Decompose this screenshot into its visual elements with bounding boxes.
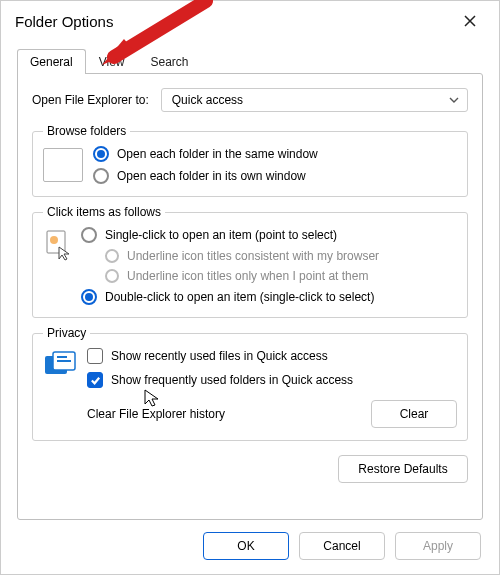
group-click-legend: Click items as follows: [43, 205, 165, 219]
restore-defaults-label: Restore Defaults: [358, 462, 447, 476]
tab-search-label: Search: [151, 55, 189, 69]
chevron-down-icon: [449, 95, 459, 105]
clear-button[interactable]: Clear: [371, 400, 457, 428]
cancel-button[interactable]: Cancel: [299, 532, 385, 560]
ok-button[interactable]: OK: [203, 532, 289, 560]
radio-own-window-label: Open each folder in its own window: [117, 169, 306, 183]
svg-point-2: [50, 236, 58, 244]
radio-double-click-label: Double-click to open an item (single-cli…: [105, 290, 374, 304]
apply-button: Apply: [395, 532, 481, 560]
radio-icon: [81, 289, 97, 305]
radio-double-click[interactable]: Double-click to open an item (single-cli…: [81, 289, 379, 305]
tab-view[interactable]: View: [86, 49, 138, 74]
click-item-icon: [43, 229, 71, 261]
group-browse-legend: Browse folders: [43, 124, 130, 138]
group-click-items: Click items as follows Single-click to o…: [32, 205, 468, 318]
check-recent-files-label: Show recently used files in Quick access: [111, 349, 328, 363]
folder-options-dialog: Folder Options General View Search Open …: [0, 0, 500, 575]
window-title: Folder Options: [15, 13, 113, 30]
open-explorer-dropdown[interactable]: Quick access: [161, 88, 468, 112]
browse-folder-icon: [43, 148, 83, 182]
radio-single-click[interactable]: Single-click to open an item (point to s…: [81, 227, 379, 243]
radio-underline-point: Underline icon titles only when I point …: [105, 269, 379, 283]
group-privacy: Privacy Show recently used fil: [32, 326, 468, 441]
group-browse-folders: Browse folders Open each folder in the s…: [32, 124, 468, 197]
checkbox-icon: [87, 348, 103, 364]
radio-same-window[interactable]: Open each folder in the same window: [93, 146, 318, 162]
dialog-footer: OK Cancel Apply: [1, 520, 499, 574]
tab-search[interactable]: Search: [138, 49, 202, 74]
open-explorer-label: Open File Explorer to:: [32, 93, 149, 107]
titlebar: Folder Options: [1, 1, 499, 41]
close-button[interactable]: [453, 7, 487, 35]
restore-defaults-button[interactable]: Restore Defaults: [338, 455, 468, 483]
check-frequent-folders-label: Show frequently used folders in Quick ac…: [111, 373, 353, 387]
radio-icon: [93, 146, 109, 162]
clear-history-row: Clear File Explorer history Clear: [87, 400, 457, 428]
ok-button-label: OK: [237, 539, 254, 553]
tab-general[interactable]: General: [17, 49, 86, 74]
check-recent-files[interactable]: Show recently used files in Quick access: [87, 348, 457, 364]
radio-icon: [81, 227, 97, 243]
privacy-icon: [43, 350, 77, 380]
checkbox-icon: [87, 372, 103, 388]
tabs-region: General View Search Open File Explorer t…: [1, 41, 499, 520]
clear-history-label: Clear File Explorer history: [87, 407, 225, 421]
open-explorer-value: Quick access: [172, 93, 243, 107]
radio-single-click-label: Single-click to open an item (point to s…: [105, 228, 337, 242]
radio-icon: [93, 168, 109, 184]
close-icon: [464, 15, 476, 27]
svg-rect-5: [57, 356, 67, 358]
restore-defaults-row: Restore Defaults: [32, 455, 468, 483]
tab-view-label: View: [99, 55, 125, 69]
radio-icon: [105, 249, 119, 263]
radio-underline-browser-label: Underline icon titles consistent with my…: [127, 249, 379, 263]
radio-icon: [105, 269, 119, 283]
radio-underline-browser: Underline icon titles consistent with my…: [105, 249, 379, 263]
radio-own-window[interactable]: Open each folder in its own window: [93, 168, 318, 184]
svg-rect-6: [57, 360, 71, 362]
tab-strip: General View Search: [17, 47, 483, 73]
group-privacy-legend: Privacy: [43, 326, 90, 340]
clear-button-label: Clear: [400, 407, 429, 421]
check-frequent-folders[interactable]: Show frequently used folders in Quick ac…: [87, 372, 457, 388]
tab-panel-general: Open File Explorer to: Quick access Brow…: [17, 73, 483, 520]
apply-button-label: Apply: [423, 539, 453, 553]
radio-same-window-label: Open each folder in the same window: [117, 147, 318, 161]
open-explorer-row: Open File Explorer to: Quick access: [32, 88, 468, 112]
radio-underline-point-label: Underline icon titles only when I point …: [127, 269, 368, 283]
cancel-button-label: Cancel: [323, 539, 360, 553]
tab-general-label: General: [30, 55, 73, 69]
